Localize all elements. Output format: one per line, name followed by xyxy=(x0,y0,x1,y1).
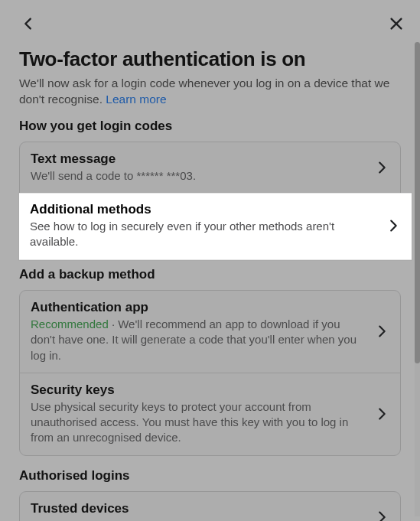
authentication-app-desc: Recommended · We'll recommend an app to … xyxy=(31,317,365,363)
additional-methods-row[interactable]: Additional methods See how to log in sec… xyxy=(19,193,412,260)
chevron-right-icon xyxy=(379,217,407,234)
section-heading-authorised: Authorised logins xyxy=(19,468,401,484)
chevron-right-icon xyxy=(368,405,396,422)
scrollbar-thumb[interactable] xyxy=(415,42,420,363)
authentication-app-row[interactable]: Authentication app Recommended · We'll r… xyxy=(20,291,400,373)
text-message-row[interactable]: Text message We'll send a code to ******… xyxy=(20,142,400,193)
page-subtitle-text: We'll now ask for a login code whenever … xyxy=(19,77,389,106)
back-button[interactable] xyxy=(15,11,41,37)
chevron-right-icon xyxy=(368,323,396,340)
chevron-right-icon xyxy=(368,159,396,176)
security-keys-desc: Use physical security keys to protect yo… xyxy=(31,399,365,446)
additional-methods-title: Additional methods xyxy=(30,202,376,217)
trusted-devices-title: Trusted devices xyxy=(31,501,365,516)
page-subtitle: We'll now ask for a login code whenever … xyxy=(19,76,401,108)
backup-methods-card: Authentication app Recommended · We'll r… xyxy=(19,290,401,456)
text-message-desc: We'll send a code to ****** ***03. xyxy=(31,168,365,184)
scrollbar-track[interactable] xyxy=(415,42,420,516)
trusted-devices-row[interactable]: Trusted devices Review a list of devices… xyxy=(20,492,400,521)
page-title: Two-factor authentication is on xyxy=(19,47,401,71)
additional-methods-desc: See how to log in securely even if your … xyxy=(30,219,376,250)
section-heading-login-codes: How you get login codes xyxy=(19,119,401,134)
close-icon xyxy=(388,15,405,32)
security-keys-row[interactable]: Security keys Use physical security keys… xyxy=(20,373,400,455)
trusted-devices-desc: Review a list of devices on which you wo… xyxy=(31,518,365,521)
authorised-logins-card: Trusted devices Review a list of devices… xyxy=(19,491,401,521)
security-keys-title: Security keys xyxy=(31,383,365,398)
learn-more-link[interactable]: Learn more xyxy=(106,93,166,106)
chevron-left-icon xyxy=(20,15,37,32)
close-button[interactable] xyxy=(383,11,409,37)
text-message-title: Text message xyxy=(31,151,365,167)
section-heading-backup: Add a backup method xyxy=(19,267,401,282)
modal-header xyxy=(0,0,420,40)
recommended-label: Recommended xyxy=(31,317,109,331)
authentication-app-title: Authentication app xyxy=(31,300,365,315)
chevron-right-icon xyxy=(368,509,396,521)
